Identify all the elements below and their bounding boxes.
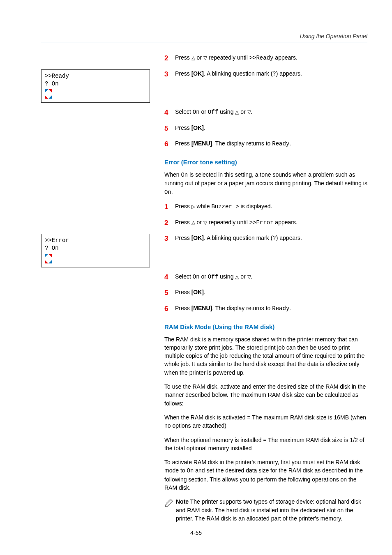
display-value: >>Ready [249,55,274,61]
arrow-ne-icon: ◥ [48,253,51,258]
callout-line2: ? On [45,80,146,88]
option-on: On [164,189,171,196]
section-title-error: Error (Error tone setting) [164,159,367,166]
error-step4: 4 Select On or Off using or . [164,272,367,283]
note-label: Note [176,498,189,505]
text: . [289,305,291,311]
text: Select [175,273,193,280]
text: . A blinking question mark ( [204,235,272,241]
page-number: 4-55 [0,530,392,536]
key-ok: [OK] [191,70,204,77]
text: Press [175,70,191,77]
ram-p4: When the optional memory is installed = … [164,436,367,453]
text: using [218,108,235,115]
groupA-step3: 3 Press [OK]. A blinking question mark (… [164,69,367,80]
text: . [171,189,173,195]
section-title-ram: RAM Disk Mode (Using the RAM disk) [164,323,367,330]
callout-line1: >>Ready [45,72,146,80]
step-number: 4 [164,272,175,283]
text: . [204,124,205,131]
text: . [251,108,253,115]
text: appears. [273,219,297,226]
text: appears. [273,54,297,61]
triangle-up-icon [235,108,239,115]
option-off: Off [208,274,218,280]
callout-line1: >>Error [45,237,146,244]
arrow-sw-icon: ◣ [45,259,48,264]
arrow-se-icon: ◢ [48,94,51,99]
text: ) appears. [276,235,302,241]
triangle-down-icon [203,54,207,61]
groupA-step6: 6 Press [MENU]. The display returns to R… [164,139,367,150]
text: ) appears. [276,70,302,77]
step-number: 6 [164,304,175,314]
callout-line2: ? On [45,244,146,252]
text: Press [175,203,191,210]
step-number: 5 [164,288,175,298]
text: is displayed. [239,203,272,210]
step-number: 2 [164,53,175,64]
triangle-up-icon [191,54,195,61]
text: Press [175,305,191,311]
triangle-down-icon [247,273,251,280]
text: repeatedly until [207,54,249,61]
display-ready: Ready [272,305,289,312]
triangle-down-icon [247,108,251,115]
note-block: Note The printer supports two types of s… [164,497,367,523]
groupA-step5: 5 Press [OK]. [164,124,367,134]
step-number: 3 [164,69,175,80]
text: or [239,108,247,115]
text: while [195,203,212,210]
text: When [164,171,181,178]
key-ok: [OK] [191,235,204,241]
error-step3: 3 Press [OK]. A blinking question mark (… [164,234,367,244]
text: Press [175,219,191,226]
step-number: 2 [164,218,175,228]
step-number: 1 [164,202,175,212]
display-value: >>Error [249,219,274,226]
text: Press [175,289,191,295]
note-icon [164,497,176,523]
text: or [195,219,203,226]
triangle-right-icon [191,203,195,210]
question-mark: ? [272,71,276,77]
display-callout-ready: >>Ready ? On ◤ ◥ ◣ ◢ [41,69,150,103]
text: and set the desired data size for the RA… [164,467,363,491]
text: or [195,54,203,61]
display-callout-error: >>Error ? On ◤ ◥ ◣ ◢ [41,234,150,267]
option-on: On [193,109,200,115]
option-on: On [193,274,200,280]
error-step5: 5 Press [OK]. [164,288,367,298]
text: Press [175,235,191,241]
triangle-down-icon [203,219,207,226]
text: or [239,273,247,280]
error-step1: 1 Press while Buzzer > is displayed. [164,202,367,212]
text: is selected in this setting, a tone soun… [164,171,367,187]
key-menu: [MENU] [191,305,212,311]
footer-rule [41,526,367,526]
step-number: 4 [164,108,175,118]
text: or [200,108,208,115]
error-step6: 6 Press [MENU]. The display returns to R… [164,304,367,314]
display-ready: Ready [272,140,289,147]
text: Press [175,54,191,61]
option-on: On [187,467,194,474]
text: using [218,273,235,280]
text: . The display returns to [212,140,272,147]
arrow-se-icon: ◢ [48,259,51,264]
text: . A blinking question mark ( [204,70,272,77]
groupA-step4: 4 Select On or Off using or . [164,108,367,118]
groupA-step2: 2 Press or repeatedly until >>Ready appe… [164,53,367,64]
ram-p5: To activate RAM disk in the printer's me… [164,458,367,492]
ram-p3: When the RAM disk is activated = The max… [164,413,367,430]
arrow-nw-icon: ◤ [45,253,48,258]
text: . [204,289,205,295]
key-ok: [OK] [191,289,204,295]
ram-p2: To use the RAM disk, activate and enter … [164,382,367,408]
display-value: Buzzer > [211,203,239,210]
text: Select [175,108,193,115]
key-menu: [MENU] [191,140,212,147]
text: . [251,273,253,280]
step-number: 6 [164,139,175,150]
step-number: 3 [164,234,175,244]
